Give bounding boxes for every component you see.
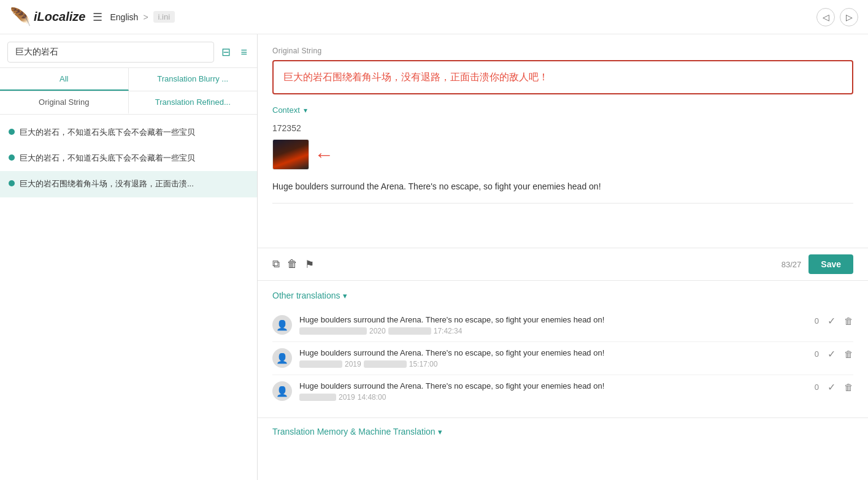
dot-indicator bbox=[9, 180, 15, 186]
entry-body: Huge boulders surround the Arena. There'… bbox=[299, 381, 807, 402]
approve-icon[interactable]: ✓ bbox=[828, 315, 835, 327]
logo-leaf-icon: 🪶 bbox=[10, 7, 31, 27]
sidebar: ⊟ ≡ All Translation Blurry ... Original … bbox=[0, 34, 258, 480]
entry-body: Huge boulders surround the Arena. There'… bbox=[299, 315, 807, 335]
translation-english-text: Huge boulders surround the Arena. There'… bbox=[272, 180, 853, 204]
context-id: 172352 bbox=[272, 123, 853, 133]
context-label[interactable]: Context bbox=[272, 105, 300, 115]
translation-editor[interactable] bbox=[272, 204, 853, 240]
entry-text: Huge boulders surround the Arena. There'… bbox=[299, 315, 807, 324]
save-button[interactable]: Save bbox=[808, 254, 853, 274]
entry-date: 2019 bbox=[345, 360, 361, 368]
string-list: 巨大的岩石，不知道石头底下会不会藏着一些宝贝 巨大的岩石，不知道石头底下会不会藏… bbox=[0, 115, 257, 480]
list-item-text: 巨大的岩石，不知道石头底下会不会藏着一些宝贝 bbox=[20, 153, 195, 164]
entry-meta-blur-1 bbox=[299, 360, 342, 368]
breadcrumb-file: i.ini bbox=[153, 11, 175, 23]
prev-nav-button[interactable]: ◁ bbox=[816, 8, 835, 26]
delete-icon-button[interactable]: 🗑 bbox=[287, 258, 298, 270]
context-thumbnail bbox=[272, 139, 309, 170]
user-avatar: 👤 bbox=[272, 315, 292, 335]
translation-entry: 👤 Huge boulders surround the Arena. Ther… bbox=[272, 375, 853, 408]
dot-indicator bbox=[9, 154, 15, 161]
tm-chevron-icon[interactable]: ▾ bbox=[438, 427, 442, 436]
copy-icon-button[interactable]: ⧉ bbox=[272, 258, 280, 270]
other-translations-section: Other translations ▾ 👤 Huge boulders sur… bbox=[258, 281, 868, 418]
list-item-text: 巨大的岩石，不知道石头底下会不会藏着一些宝贝 bbox=[20, 127, 195, 138]
entry-count: 0 bbox=[815, 316, 819, 326]
tab-translation-refined[interactable]: Translation Refined... bbox=[129, 91, 258, 114]
delete-entry-icon[interactable]: 🗑 bbox=[844, 316, 853, 326]
next-nav-button[interactable]: ▷ bbox=[840, 8, 858, 26]
original-string-box: 巨大的岩石围绕着角斗场，没有退路，正面击溃你的敌人吧！ bbox=[272, 60, 853, 94]
delete-entry-icon[interactable]: 🗑 bbox=[844, 382, 853, 392]
logo[interactable]: 🪶 iLocalize bbox=[10, 7, 85, 27]
translation-entry: 👤 Huge boulders surround the Arena. Ther… bbox=[272, 342, 853, 375]
other-translations-chevron-icon[interactable]: ▾ bbox=[343, 291, 347, 300]
entry-count: 0 bbox=[815, 383, 819, 392]
arrow-indicator: ← bbox=[314, 143, 334, 166]
breadcrumb-language: English bbox=[110, 12, 138, 22]
entry-meta-blur-1 bbox=[299, 327, 367, 335]
entry-date: 2019 bbox=[339, 393, 355, 402]
tab-translation-blurry[interactable]: Translation Blurry ... bbox=[129, 68, 258, 91]
translation-entry: 👤 Huge boulders surround the Arena. Ther… bbox=[272, 309, 853, 342]
char-count: 83/27 bbox=[782, 260, 802, 269]
entry-time: 15:17:00 bbox=[409, 360, 438, 368]
tm-title[interactable]: Translation Memory & Machine Translation bbox=[272, 427, 436, 436]
entry-time: 17:42:34 bbox=[434, 327, 463, 335]
flag-icon-button[interactable]: ⚑ bbox=[305, 258, 314, 271]
filter-icon-button[interactable]: ⊟ bbox=[219, 43, 233, 61]
list-item-text: 巨大的岩石围绕着角斗场，没有退路，正面击溃... bbox=[20, 178, 194, 189]
approve-icon[interactable]: ✓ bbox=[828, 381, 835, 393]
entry-text: Huge boulders surround the Arena. There'… bbox=[299, 348, 807, 357]
tm-section: Translation Memory & Machine Translation… bbox=[258, 418, 868, 445]
user-avatar: 👤 bbox=[272, 348, 292, 368]
dot-indicator bbox=[9, 129, 15, 135]
delete-entry-icon[interactable]: 🗑 bbox=[844, 349, 853, 359]
context-chevron-icon[interactable]: ▾ bbox=[304, 106, 307, 115]
user-avatar: 👤 bbox=[272, 381, 292, 401]
breadcrumb: English > i.ini bbox=[110, 11, 175, 23]
menu-button[interactable]: ☰ bbox=[93, 10, 102, 24]
search-input[interactable] bbox=[7, 42, 214, 63]
entry-time: 14:48:00 bbox=[358, 393, 386, 402]
entry-meta-blur-2 bbox=[364, 360, 407, 368]
original-string-label: Original String bbox=[272, 47, 853, 55]
main-panel: Original String 巨大的岩石围绕着角斗场，没有退路，正面击溃你的敌… bbox=[258, 34, 868, 480]
entry-meta-blur-1 bbox=[299, 394, 336, 401]
logo-text: iLocalize bbox=[34, 10, 85, 24]
entry-text: Huge boulders surround the Arena. There'… bbox=[299, 381, 807, 390]
list-item[interactable]: 巨大的岩石，不知道石头底下会不会藏着一些宝贝 bbox=[0, 120, 257, 145]
entry-meta-blur-2 bbox=[388, 327, 431, 335]
tab-all[interactable]: All bbox=[0, 68, 129, 91]
breadcrumb-separator: > bbox=[143, 12, 148, 22]
approve-icon[interactable]: ✓ bbox=[828, 348, 835, 360]
entry-count: 0 bbox=[815, 349, 819, 359]
entry-date: 2020 bbox=[369, 327, 386, 335]
entry-body: Huge boulders surround the Arena. There'… bbox=[299, 348, 807, 368]
list-item[interactable]: 巨大的岩石，不知道石头底下会不会藏着一些宝贝 bbox=[0, 145, 257, 171]
context-section: Context ▾ 172352 ← bbox=[272, 104, 853, 170]
tab-original-string[interactable]: Original String bbox=[0, 91, 129, 114]
list-item[interactable]: 巨大的岩石围绕着角斗场，没有退路，正面击溃... bbox=[0, 171, 257, 197]
other-translations-title[interactable]: Other translations bbox=[272, 291, 340, 300]
menu-icon-button[interactable]: ≡ bbox=[238, 44, 250, 61]
